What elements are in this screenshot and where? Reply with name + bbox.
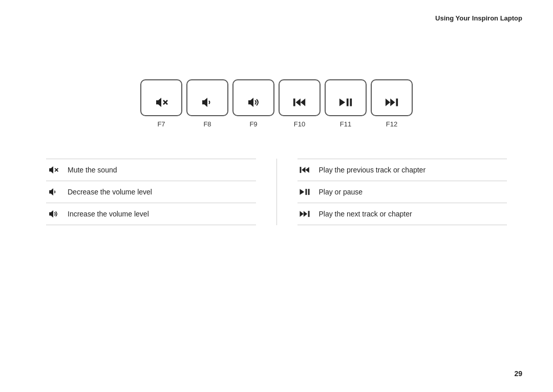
desc-next-track-icon [297, 209, 312, 219]
play-pause-icon [338, 97, 353, 110]
svg-marker-4 [248, 98, 253, 107]
next-track-icon [385, 97, 399, 110]
key-f8: F8 [186, 79, 228, 128]
desc-prev-track-text: Play the previous track or chapter [319, 166, 426, 174]
key-f12-label: F12 [386, 120, 397, 128]
svg-marker-0 [156, 98, 161, 107]
desc-volume-up-text: Increase the volume level [68, 210, 149, 218]
desc-volume-up-icon [46, 209, 60, 219]
desc-next-track-text: Play the next track or chapter [319, 210, 412, 218]
svg-marker-12 [390, 99, 395, 106]
desc-volume-down-text: Decrease the volume level [68, 188, 152, 196]
desc-row-play-pause: Play or pause [297, 181, 507, 203]
svg-marker-3 [202, 98, 207, 107]
key-f12: F12 [371, 79, 413, 128]
desc-columns: Mute the sound Decrease the volume level [46, 159, 507, 225]
svg-marker-7 [301, 99, 305, 106]
desc-mute-icon [46, 165, 60, 175]
key-f10: F10 [279, 79, 321, 128]
svg-rect-13 [396, 99, 398, 106]
page-number: 29 [514, 369, 522, 378]
desc-row-volume-down: Decrease the volume level [46, 181, 256, 203]
key-f7: F7 [140, 79, 182, 128]
page-header-title: Using Your Inspiron Laptop [435, 14, 522, 22]
svg-rect-10 [350, 99, 352, 106]
key-f11: F11 [325, 79, 367, 128]
desc-play-pause-icon [297, 187, 312, 197]
svg-marker-21 [305, 167, 309, 173]
svg-marker-14 [49, 166, 53, 173]
svg-rect-19 [300, 167, 301, 173]
svg-marker-6 [296, 99, 301, 106]
key-f9-label: F9 [249, 120, 257, 128]
desc-row-next-track: Play the next track or chapter [297, 203, 507, 225]
svg-rect-5 [293, 99, 295, 106]
svg-marker-20 [302, 167, 305, 173]
desc-row-mute: Mute the sound [46, 159, 256, 181]
key-f8-label: F8 [203, 120, 211, 128]
key-box-f9 [232, 79, 274, 116]
key-box-f8 [186, 79, 228, 116]
desc-row-prev-track: Play the previous track or chapter [297, 159, 507, 181]
keys-container: F7 F8 F9 [140, 79, 413, 128]
svg-marker-26 [303, 211, 307, 217]
key-box-f7 [140, 79, 182, 116]
svg-rect-27 [308, 211, 309, 217]
key-box-f12 [371, 79, 413, 116]
desc-mute-text: Mute the sound [68, 166, 117, 174]
description-section: Mute the sound Decrease the volume level [46, 159, 507, 225]
key-box-f10 [279, 79, 321, 116]
key-f11-label: F11 [340, 120, 351, 128]
key-box-f11 [325, 79, 367, 116]
svg-marker-8 [339, 99, 345, 106]
svg-rect-9 [347, 99, 349, 106]
desc-row-volume-up: Increase the volume level [46, 203, 256, 225]
key-f9: F9 [232, 79, 274, 128]
volume-down-icon [200, 97, 215, 110]
svg-marker-18 [49, 210, 53, 217]
svg-marker-22 [300, 189, 304, 195]
svg-marker-11 [386, 99, 390, 106]
key-f7-label: F7 [157, 120, 165, 128]
desc-col-left: Mute the sound Decrease the volume level [46, 159, 277, 225]
desc-volume-down-icon [46, 187, 60, 197]
prev-track-icon [292, 97, 307, 110]
desc-play-pause-text: Play or pause [319, 188, 363, 196]
mute-icon [154, 97, 168, 110]
svg-rect-23 [305, 189, 307, 195]
svg-rect-24 [308, 189, 309, 195]
desc-col-right: Play the previous track or chapter Play … [277, 159, 507, 225]
key-f10-label: F10 [294, 120, 305, 128]
desc-prev-track-icon [297, 165, 312, 175]
volume-up-icon [246, 97, 261, 110]
svg-marker-25 [300, 211, 303, 217]
svg-marker-17 [49, 188, 53, 195]
